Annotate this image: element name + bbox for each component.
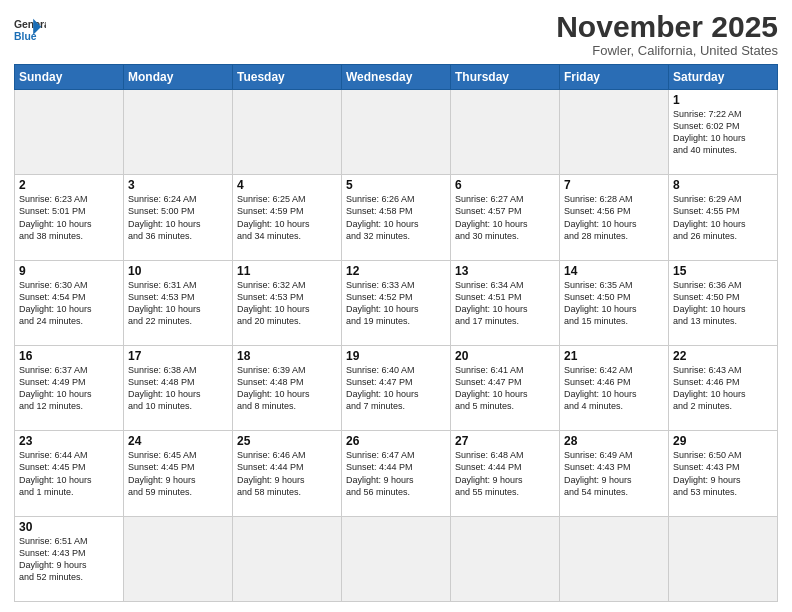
calendar-day-cell: 19Sunrise: 6:40 AM Sunset: 4:47 PM Dayli…	[342, 345, 451, 430]
day-info: Sunrise: 6:30 AM Sunset: 4:54 PM Dayligh…	[19, 279, 119, 328]
day-info: Sunrise: 6:25 AM Sunset: 4:59 PM Dayligh…	[237, 193, 337, 242]
day-info: Sunrise: 6:47 AM Sunset: 4:44 PM Dayligh…	[346, 449, 446, 498]
day-info: Sunrise: 6:34 AM Sunset: 4:51 PM Dayligh…	[455, 279, 555, 328]
day-info: Sunrise: 6:35 AM Sunset: 4:50 PM Dayligh…	[564, 279, 664, 328]
calendar-week-row: 2Sunrise: 6:23 AM Sunset: 5:01 PM Daylig…	[15, 175, 778, 260]
svg-text:General: General	[14, 19, 46, 30]
day-number: 21	[564, 349, 664, 363]
calendar-day-cell	[451, 516, 560, 601]
calendar-day-cell: 27Sunrise: 6:48 AM Sunset: 4:44 PM Dayli…	[451, 431, 560, 516]
day-info: Sunrise: 6:49 AM Sunset: 4:43 PM Dayligh…	[564, 449, 664, 498]
calendar-day-cell	[233, 90, 342, 175]
calendar-day-cell	[342, 516, 451, 601]
day-number: 22	[673, 349, 773, 363]
day-info: Sunrise: 6:42 AM Sunset: 4:46 PM Dayligh…	[564, 364, 664, 413]
day-number: 23	[19, 434, 119, 448]
calendar-day-cell: 8Sunrise: 6:29 AM Sunset: 4:55 PM Daylig…	[669, 175, 778, 260]
calendar-week-row: 30Sunrise: 6:51 AM Sunset: 4:43 PM Dayli…	[15, 516, 778, 601]
day-info: Sunrise: 6:46 AM Sunset: 4:44 PM Dayligh…	[237, 449, 337, 498]
day-number: 13	[455, 264, 555, 278]
day-number: 19	[346, 349, 446, 363]
calendar-day-cell	[15, 90, 124, 175]
day-info: Sunrise: 6:32 AM Sunset: 4:53 PM Dayligh…	[237, 279, 337, 328]
day-number: 30	[19, 520, 119, 534]
day-info: Sunrise: 6:37 AM Sunset: 4:49 PM Dayligh…	[19, 364, 119, 413]
day-info: Sunrise: 6:44 AM Sunset: 4:45 PM Dayligh…	[19, 449, 119, 498]
calendar-day-cell: 26Sunrise: 6:47 AM Sunset: 4:44 PM Dayli…	[342, 431, 451, 516]
calendar-day-cell: 28Sunrise: 6:49 AM Sunset: 4:43 PM Dayli…	[560, 431, 669, 516]
day-number: 15	[673, 264, 773, 278]
day-number: 11	[237, 264, 337, 278]
calendar-day-cell: 4Sunrise: 6:25 AM Sunset: 4:59 PM Daylig…	[233, 175, 342, 260]
day-number: 18	[237, 349, 337, 363]
calendar-day-cell: 14Sunrise: 6:35 AM Sunset: 4:50 PM Dayli…	[560, 260, 669, 345]
day-number: 7	[564, 178, 664, 192]
calendar-day-cell: 20Sunrise: 6:41 AM Sunset: 4:47 PM Dayli…	[451, 345, 560, 430]
calendar-day-cell	[124, 516, 233, 601]
calendar-table: SundayMondayTuesdayWednesdayThursdayFrid…	[14, 64, 778, 602]
day-info: Sunrise: 6:23 AM Sunset: 5:01 PM Dayligh…	[19, 193, 119, 242]
calendar-day-header: Saturday	[669, 65, 778, 90]
calendar-header-row: SundayMondayTuesdayWednesdayThursdayFrid…	[15, 65, 778, 90]
calendar-week-row: 16Sunrise: 6:37 AM Sunset: 4:49 PM Dayli…	[15, 345, 778, 430]
calendar-day-cell: 23Sunrise: 6:44 AM Sunset: 4:45 PM Dayli…	[15, 431, 124, 516]
day-number: 5	[346, 178, 446, 192]
calendar-day-cell	[233, 516, 342, 601]
day-number: 27	[455, 434, 555, 448]
calendar-day-cell: 13Sunrise: 6:34 AM Sunset: 4:51 PM Dayli…	[451, 260, 560, 345]
day-info: Sunrise: 6:43 AM Sunset: 4:46 PM Dayligh…	[673, 364, 773, 413]
calendar-day-header: Friday	[560, 65, 669, 90]
calendar-day-cell	[560, 516, 669, 601]
logo: General Blue	[14, 14, 46, 46]
day-number: 3	[128, 178, 228, 192]
header: General Blue November 2025 Fowler, Calif…	[14, 10, 778, 58]
calendar-week-row: 1Sunrise: 7:22 AM Sunset: 6:02 PM Daylig…	[15, 90, 778, 175]
day-info: Sunrise: 6:45 AM Sunset: 4:45 PM Dayligh…	[128, 449, 228, 498]
day-info: Sunrise: 6:31 AM Sunset: 4:53 PM Dayligh…	[128, 279, 228, 328]
day-number: 24	[128, 434, 228, 448]
day-number: 6	[455, 178, 555, 192]
day-number: 20	[455, 349, 555, 363]
day-info: Sunrise: 6:40 AM Sunset: 4:47 PM Dayligh…	[346, 364, 446, 413]
calendar-day-header: Monday	[124, 65, 233, 90]
generalblue-icon: General Blue	[14, 14, 46, 46]
day-number: 10	[128, 264, 228, 278]
calendar-day-cell: 29Sunrise: 6:50 AM Sunset: 4:43 PM Dayli…	[669, 431, 778, 516]
day-info: Sunrise: 6:51 AM Sunset: 4:43 PM Dayligh…	[19, 535, 119, 584]
day-number: 29	[673, 434, 773, 448]
day-info: Sunrise: 6:24 AM Sunset: 5:00 PM Dayligh…	[128, 193, 228, 242]
calendar-day-header: Wednesday	[342, 65, 451, 90]
calendar-day-header: Sunday	[15, 65, 124, 90]
day-number: 16	[19, 349, 119, 363]
day-info: Sunrise: 6:36 AM Sunset: 4:50 PM Dayligh…	[673, 279, 773, 328]
calendar-day-cell: 24Sunrise: 6:45 AM Sunset: 4:45 PM Dayli…	[124, 431, 233, 516]
day-number: 9	[19, 264, 119, 278]
day-info: Sunrise: 6:39 AM Sunset: 4:48 PM Dayligh…	[237, 364, 337, 413]
calendar-day-cell: 9Sunrise: 6:30 AM Sunset: 4:54 PM Daylig…	[15, 260, 124, 345]
calendar-day-cell: 5Sunrise: 6:26 AM Sunset: 4:58 PM Daylig…	[342, 175, 451, 260]
day-info: Sunrise: 6:28 AM Sunset: 4:56 PM Dayligh…	[564, 193, 664, 242]
day-info: Sunrise: 6:29 AM Sunset: 4:55 PM Dayligh…	[673, 193, 773, 242]
calendar-day-cell	[342, 90, 451, 175]
calendar-day-cell: 16Sunrise: 6:37 AM Sunset: 4:49 PM Dayli…	[15, 345, 124, 430]
calendar-day-cell: 21Sunrise: 6:42 AM Sunset: 4:46 PM Dayli…	[560, 345, 669, 430]
calendar-day-cell: 30Sunrise: 6:51 AM Sunset: 4:43 PM Dayli…	[15, 516, 124, 601]
calendar-day-cell: 3Sunrise: 6:24 AM Sunset: 5:00 PM Daylig…	[124, 175, 233, 260]
location: Fowler, California, United States	[556, 43, 778, 58]
calendar-day-header: Thursday	[451, 65, 560, 90]
calendar-week-row: 23Sunrise: 6:44 AM Sunset: 4:45 PM Dayli…	[15, 431, 778, 516]
day-number: 25	[237, 434, 337, 448]
day-number: 26	[346, 434, 446, 448]
day-info: Sunrise: 7:22 AM Sunset: 6:02 PM Dayligh…	[673, 108, 773, 157]
calendar-day-cell: 10Sunrise: 6:31 AM Sunset: 4:53 PM Dayli…	[124, 260, 233, 345]
day-info: Sunrise: 6:26 AM Sunset: 4:58 PM Dayligh…	[346, 193, 446, 242]
day-number: 2	[19, 178, 119, 192]
calendar-day-cell: 11Sunrise: 6:32 AM Sunset: 4:53 PM Dayli…	[233, 260, 342, 345]
month-title: November 2025	[556, 10, 778, 43]
calendar-day-cell	[124, 90, 233, 175]
calendar-day-cell: 12Sunrise: 6:33 AM Sunset: 4:52 PM Dayli…	[342, 260, 451, 345]
day-info: Sunrise: 6:50 AM Sunset: 4:43 PM Dayligh…	[673, 449, 773, 498]
day-info: Sunrise: 6:48 AM Sunset: 4:44 PM Dayligh…	[455, 449, 555, 498]
day-number: 17	[128, 349, 228, 363]
calendar-day-cell: 17Sunrise: 6:38 AM Sunset: 4:48 PM Dayli…	[124, 345, 233, 430]
